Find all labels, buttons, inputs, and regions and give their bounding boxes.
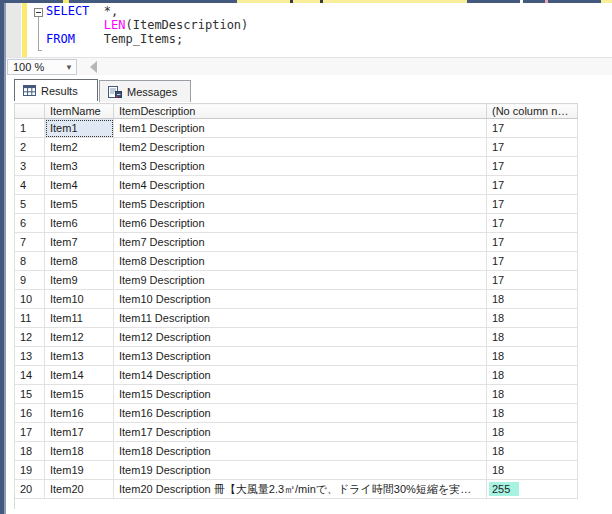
sql-code[interactable]: SELECT *, LEN(ItemDescription) FROM Temp… — [46, 4, 248, 46]
cell-itemdescription[interactable]: Item6 Description — [114, 214, 487, 233]
unsaved-changes-bar — [22, 3, 27, 57]
column-header-itemdescription[interactable]: ItemDescription — [114, 104, 487, 119]
cell-itemname[interactable]: Item13 — [45, 347, 114, 366]
table-row: 5Item5Item5 Description17 — [15, 195, 578, 214]
cell-rownum[interactable]: 13 — [15, 347, 45, 366]
cell-rownum[interactable]: 7 — [15, 233, 45, 252]
cell-itemname[interactable]: Item3 — [45, 157, 114, 176]
cell-itemname[interactable]: Item9 — [45, 271, 114, 290]
cell-itemname[interactable]: Item18 — [45, 442, 114, 461]
cell-itemdescription[interactable]: Item13 Description — [114, 347, 487, 366]
cell-rownum[interactable]: 5 — [15, 195, 45, 214]
zoom-level-combo[interactable]: 100 % ▼ — [7, 59, 77, 75]
cell-rownum[interactable]: 8 — [15, 252, 45, 271]
cell-itemdescription[interactable]: Item16 Description — [114, 404, 487, 423]
cell-rownum[interactable]: 2 — [15, 138, 45, 157]
cell-rownum[interactable]: 1 — [15, 119, 45, 138]
cell-itemname[interactable]: Item10 — [45, 290, 114, 309]
cell-rownum[interactable]: 4 — [15, 176, 45, 195]
cell-len[interactable]: 18 — [487, 290, 578, 309]
column-header-rownum[interactable] — [15, 104, 45, 119]
table-row: 10Item10Item10 Description18 — [15, 290, 578, 309]
cell-rownum[interactable]: 20 — [15, 480, 45, 499]
cell-len[interactable]: 18 — [487, 385, 578, 404]
cell-len[interactable]: 18 — [487, 347, 578, 366]
cell-itemname[interactable]: Item4 — [45, 176, 114, 195]
cell-len[interactable]: 255 — [487, 480, 578, 499]
cell-itemdescription[interactable]: Item2 Description — [114, 138, 487, 157]
cell-rownum[interactable]: 19 — [15, 461, 45, 480]
cell-len[interactable]: 18 — [487, 328, 578, 347]
cell-rownum[interactable]: 3 — [15, 157, 45, 176]
cell-itemname[interactable]: Item6 — [45, 214, 114, 233]
cell-len[interactable]: 18 — [487, 404, 578, 423]
cell-itemname[interactable]: Item17 — [45, 423, 114, 442]
cell-rownum[interactable]: 11 — [15, 309, 45, 328]
cell-itemdescription[interactable]: Item12 Description — [114, 328, 487, 347]
cell-itemname[interactable]: Item14 — [45, 366, 114, 385]
cell-itemname[interactable]: Item16 — [45, 404, 114, 423]
cell-len[interactable]: 18 — [487, 366, 578, 385]
cell-len[interactable]: 17 — [487, 157, 578, 176]
cell-itemdescription[interactable]: Item15 Description — [114, 385, 487, 404]
cell-rownum[interactable]: 9 — [15, 271, 45, 290]
cell-itemname[interactable]: Item5 — [45, 195, 114, 214]
sql-segment: SELECT — [46, 4, 89, 18]
cell-rownum[interactable]: 17 — [15, 423, 45, 442]
cell-len[interactable]: 17 — [487, 176, 578, 195]
table-row: 17Item17Item17 Description18 — [15, 423, 578, 442]
cell-itemdescription[interactable]: Item8 Description — [114, 252, 487, 271]
cell-itemdescription[interactable]: Item7 Description — [114, 233, 487, 252]
tab-results[interactable]: Results — [14, 79, 98, 101]
results-grid-icon — [23, 85, 36, 96]
cell-len[interactable]: 17 — [487, 233, 578, 252]
cell-itemdescription[interactable]: Item18 Description — [114, 442, 487, 461]
cell-rownum[interactable]: 15 — [15, 385, 45, 404]
cell-len[interactable]: 17 — [487, 214, 578, 233]
cell-itemname[interactable]: Item20 — [45, 480, 114, 499]
chevron-down-icon[interactable]: ▼ — [62, 63, 76, 72]
cell-itemname[interactable]: Item15 — [45, 385, 114, 404]
cell-rownum[interactable]: 10 — [15, 290, 45, 309]
cell-rownum[interactable]: 12 — [15, 328, 45, 347]
cell-itemdescription[interactable]: Item11 Description — [114, 309, 487, 328]
column-header-no-column-name[interactable]: (No column name) — [487, 104, 578, 119]
code-fold-collapse-icon[interactable] — [34, 8, 43, 17]
messages-doc-icon — [108, 86, 122, 98]
cell-len[interactable]: 18 — [487, 423, 578, 442]
cell-itemname[interactable]: Item8 — [45, 252, 114, 271]
cell-itemdescription[interactable]: Item14 Description — [114, 366, 487, 385]
cell-itemdescription[interactable]: Item19 Description — [114, 461, 487, 480]
cell-itemname[interactable]: Item2 — [45, 138, 114, 157]
cell-itemdescription[interactable]: Item1 Description — [114, 119, 487, 138]
cell-len[interactable]: 17 — [487, 138, 578, 157]
cell-len[interactable]: 17 — [487, 271, 578, 290]
tab-messages[interactable]: Messages — [99, 80, 191, 102]
cell-rownum[interactable]: 18 — [15, 442, 45, 461]
cell-rownum[interactable]: 14 — [15, 366, 45, 385]
cell-len[interactable]: 18 — [487, 461, 578, 480]
cell-itemdescription[interactable]: Item3 Description — [114, 157, 487, 176]
sql-editor[interactable]: SELECT *, LEN(ItemDescription) FROM Temp… — [6, 3, 612, 57]
column-header-itemname[interactable]: ItemName — [45, 104, 114, 119]
cell-itemname[interactable]: Item11 — [45, 309, 114, 328]
cell-len[interactable]: 18 — [487, 309, 578, 328]
cell-itemname[interactable]: Item19 — [45, 461, 114, 480]
cell-len[interactable]: 18 — [487, 442, 578, 461]
cell-itemname[interactable]: Item12 — [45, 328, 114, 347]
cell-itemdescription[interactable]: Item5 Description — [114, 195, 487, 214]
cell-itemname[interactable]: Item7 — [45, 233, 114, 252]
cell-len[interactable]: 17 — [487, 195, 578, 214]
cell-itemdescription[interactable]: Item17 Description — [114, 423, 487, 442]
hscroll-left-arrow-icon[interactable] — [90, 61, 97, 73]
cell-itemname[interactable]: Item1 — [45, 119, 114, 138]
cell-itemdescription[interactable]: Item4 Description — [114, 176, 487, 195]
cell-itemdescription[interactable]: Item20 Description 冊【大風量2.3㎥/minで、ドライ時間3… — [114, 480, 487, 499]
cell-itemdescription[interactable]: Item9 Description — [114, 271, 487, 290]
cell-len[interactable]: 17 — [487, 252, 578, 271]
cell-rownum[interactable]: 16 — [15, 404, 45, 423]
cell-len[interactable]: 17 — [487, 119, 578, 138]
cell-itemdescription[interactable]: Item10 Description — [114, 290, 487, 309]
cell-rownum[interactable]: 6 — [15, 214, 45, 233]
sql-segment: LEN — [104, 18, 126, 32]
